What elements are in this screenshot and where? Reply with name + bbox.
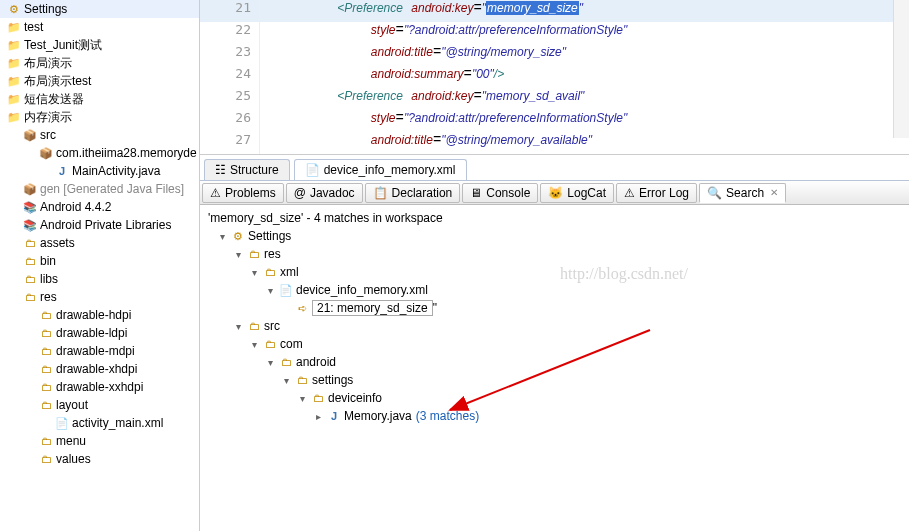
twistie-icon[interactable]: ▾ bbox=[232, 249, 244, 260]
pkg bbox=[38, 145, 54, 161]
tree-item[interactable]: src bbox=[0, 126, 199, 144]
code-line[interactable]: 26 style="?android:attr/preferenceInform… bbox=[200, 110, 909, 132]
tree-item[interactable]: com.itheiima28.memoryde bbox=[0, 144, 199, 162]
ijava bbox=[326, 408, 342, 424]
code-line[interactable]: 23 android:title="@string/memory_size" bbox=[200, 44, 909, 66]
structure-tab[interactable]: ☷Structure bbox=[204, 159, 290, 180]
structure-label: Structure bbox=[230, 163, 279, 177]
tree-item[interactable]: res bbox=[0, 288, 199, 306]
editor-hscroll[interactable]: ◀ ▶ bbox=[200, 154, 909, 155]
tree-item[interactable]: drawable-ldpi bbox=[0, 324, 199, 342]
tree-item[interactable]: Android 4.4.2 bbox=[0, 198, 199, 216]
twistie-icon[interactable]: ▾ bbox=[248, 339, 260, 350]
code-line[interactable]: 24 android:summary="00"/> bbox=[200, 66, 909, 88]
tree-item[interactable]: values bbox=[0, 450, 199, 468]
code-line[interactable]: 21 <Preference android:key="memory_sd_si… bbox=[200, 0, 909, 22]
tree-label: libs bbox=[40, 272, 58, 286]
package-explorer[interactable]: SettingstestTest_Junit测试布局演示布局演示test短信发送… bbox=[0, 0, 200, 531]
code-line[interactable]: 22 style="?android:attr/preferenceInform… bbox=[200, 22, 909, 44]
search-tree-item[interactable]: ▾res bbox=[208, 245, 901, 263]
search-tree-item[interactable]: ▾android bbox=[208, 353, 901, 371]
match-count-link[interactable]: (3 matches) bbox=[416, 409, 479, 423]
tab-icon: @ bbox=[294, 186, 306, 200]
code-text[interactable]: android:summary="00"/> bbox=[260, 66, 909, 88]
tree-item[interactable]: assets bbox=[0, 234, 199, 252]
search-tree-item[interactable]: ▾com bbox=[208, 335, 901, 353]
tree-label: src bbox=[40, 128, 56, 142]
tree-item[interactable]: MainActivity.java bbox=[0, 162, 199, 180]
match-line[interactable]: 21: memory_sd_size bbox=[312, 300, 433, 316]
code-text[interactable]: style="?android:attr/preferenceInformati… bbox=[260, 22, 909, 44]
tab-icon: ⚠ bbox=[624, 186, 635, 200]
tree-item[interactable]: Settings bbox=[0, 0, 199, 18]
twistie-icon[interactable]: ▾ bbox=[264, 285, 276, 296]
tree-item[interactable]: gen [Generated Java Files] bbox=[0, 180, 199, 198]
tab-icon: 🖥 bbox=[470, 186, 482, 200]
tab-label: Problems bbox=[225, 186, 276, 200]
tree-item[interactable]: 短信发送器 bbox=[0, 90, 199, 108]
twistie-icon[interactable]: ▾ bbox=[296, 393, 308, 404]
tree-item[interactable]: drawable-xxhdpi bbox=[0, 378, 199, 396]
search-tree-item[interactable]: ▾device_info_memory.xml bbox=[208, 281, 901, 299]
code-text[interactable]: <Preference android:key="memory_sd_size" bbox=[260, 0, 909, 22]
code-editor[interactable]: 21 <Preference android:key="memory_sd_si… bbox=[200, 0, 909, 155]
search-results-panel[interactable]: 'memory_sd_size' - 4 matches in workspac… bbox=[200, 205, 909, 531]
search-tree-item[interactable]: ▾Settings bbox=[208, 227, 901, 245]
ifold bbox=[262, 264, 278, 280]
tree-item[interactable]: Android Private Libraries bbox=[0, 216, 199, 234]
twistie-icon[interactable]: ▸ bbox=[312, 411, 324, 422]
fold bbox=[38, 325, 54, 341]
tree-item[interactable]: libs bbox=[0, 270, 199, 288]
tree-item[interactable]: 布局演示 bbox=[0, 54, 199, 72]
code-text[interactable]: style="?android:attr/preferenceInformati… bbox=[260, 110, 909, 132]
proj bbox=[6, 109, 22, 125]
tab-problems[interactable]: ⚠Problems bbox=[202, 183, 284, 203]
code-line[interactable]: 27 android:title="@string/memory_availab… bbox=[200, 132, 909, 154]
search-tree-item[interactable]: ▾settings bbox=[208, 371, 901, 389]
search-tree-item[interactable]: ▾xml bbox=[208, 263, 901, 281]
twistie-icon[interactable]: ▾ bbox=[248, 267, 260, 278]
twistie-icon[interactable]: ▾ bbox=[216, 231, 228, 242]
twistie-icon[interactable]: ▾ bbox=[232, 321, 244, 332]
tree-item[interactable]: 布局演示test bbox=[0, 72, 199, 90]
tab-javadoc[interactable]: @Javadoc bbox=[286, 183, 363, 203]
tree-item[interactable]: drawable-hdpi bbox=[0, 306, 199, 324]
search-tree-item[interactable]: ▾src bbox=[208, 317, 901, 335]
search-tree-item[interactable]: ▸Memory.java(3 matches) bbox=[208, 407, 901, 425]
tree-label: gen [Generated Java Files] bbox=[40, 182, 184, 196]
tree-label: com bbox=[280, 337, 303, 351]
twistie-icon[interactable]: ▾ bbox=[280, 375, 292, 386]
code-text[interactable]: android:title="@string/memory_available" bbox=[260, 132, 909, 154]
tree-item[interactable]: bin bbox=[0, 252, 199, 270]
code-text[interactable]: android:title="@string/memory_size" bbox=[260, 44, 909, 66]
file-tab[interactable]: 📄device_info_memory.xml bbox=[294, 159, 467, 180]
fold bbox=[38, 343, 54, 359]
twistie-icon[interactable]: ▾ bbox=[264, 357, 276, 368]
tab-label: Error Log bbox=[639, 186, 689, 200]
file-tab-label: device_info_memory.xml bbox=[324, 163, 456, 177]
tree-item[interactable]: test bbox=[0, 18, 199, 36]
tree-label: values bbox=[56, 452, 91, 466]
tree-label: xml bbox=[280, 265, 299, 279]
code-text[interactable]: <Preference android:key="memory_sd_avail… bbox=[260, 88, 909, 110]
code-line[interactable]: 25 <Preference android:key="memory_sd_av… bbox=[200, 88, 909, 110]
search-tree-item[interactable]: ▾deviceinfo bbox=[208, 389, 901, 407]
tree-item[interactable]: Test_Junit测试 bbox=[0, 36, 199, 54]
tab-label: Javadoc bbox=[310, 186, 355, 200]
tab-declaration[interactable]: 📋Declaration bbox=[365, 183, 461, 203]
tree-item[interactable]: drawable-mdpi bbox=[0, 342, 199, 360]
tree-item[interactable]: 内存演示 bbox=[0, 108, 199, 126]
tab-console[interactable]: 🖥Console bbox=[462, 183, 538, 203]
tab-logcat[interactable]: 🐱LogCat bbox=[540, 183, 614, 203]
tree-item[interactable]: drawable-xhdpi bbox=[0, 360, 199, 378]
tree-item[interactable]: layout bbox=[0, 396, 199, 414]
tree-item[interactable]: menu bbox=[0, 432, 199, 450]
tab-error-log[interactable]: ⚠Error Log bbox=[616, 183, 697, 203]
close-icon[interactable]: ✕ bbox=[770, 187, 778, 198]
lib bbox=[22, 199, 38, 215]
search-tree-item[interactable]: 21: memory_sd_size" bbox=[208, 299, 901, 317]
tab-search[interactable]: 🔍Search✕ bbox=[699, 183, 786, 203]
tree-item[interactable]: activity_main.xml bbox=[0, 414, 199, 432]
fold bbox=[38, 451, 54, 467]
editor-vscroll[interactable] bbox=[893, 0, 909, 138]
